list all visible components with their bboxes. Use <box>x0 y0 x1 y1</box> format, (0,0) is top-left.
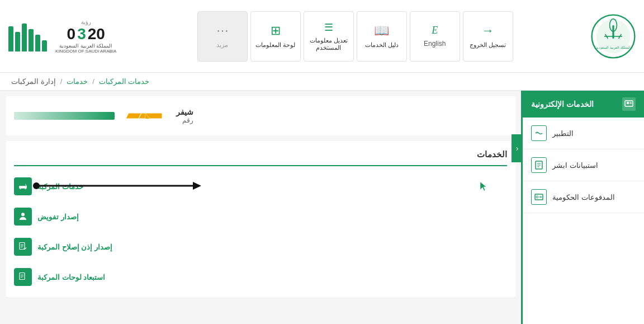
header: المملكة العربية السعودية → تسجيل الخروج … <box>0 0 644 73</box>
sidebar-header: الخدمات الإلكترونية <box>523 91 644 118</box>
vision-label: رؤية <box>81 19 91 25</box>
cursor-icon <box>478 181 489 192</box>
stats-bars-icon <box>8 21 47 51</box>
service-parts-label: استبعاد لوحات المركبة <box>37 273 105 281</box>
service-item-repair[interactable]: إصدار إذن إصلاح المركبة <box>14 235 507 259</box>
tadbeer-icon <box>531 125 547 141</box>
services-list: خدمات المركبة <box>14 175 507 289</box>
clipboard-icon <box>534 161 543 170</box>
header-left: المملكة العربية السعودية <box>591 14 636 59</box>
sidebar-item-tadbeer[interactable]: التطبير <box>523 118 644 149</box>
breadcrumb: خدمات المركبات / خدمات / إدارة المركبات <box>0 73 644 91</box>
service-item-license[interactable]: إصدار تفويض <box>14 205 507 228</box>
vision-subtitle: المملكة العربية السعودية <box>59 43 112 49</box>
nav-english-label: English <box>424 40 446 48</box>
vision-subtitle2: KINGDOM OF SAUDI ARABIA <box>55 49 116 54</box>
logout-icon: → <box>482 24 494 38</box>
parts-service-icon <box>14 268 32 286</box>
nav-more-label: مزيد <box>216 41 228 49</box>
more-icon: ⋯ <box>216 24 229 38</box>
svg-rect-9 <box>627 102 629 104</box>
update-icon: ☰ <box>324 21 333 34</box>
service-license-label: إصدار تفويض <box>37 213 79 221</box>
vision-year-2: 3 <box>77 25 86 43</box>
service-item-parts[interactable]: استبعاد لوحات المركبة <box>14 265 507 289</box>
repair-doc-icon <box>18 242 28 252</box>
vehicle-name: شيفر <box>176 107 193 116</box>
breadcrumb-vehicle-services[interactable]: خدمات المركبات <box>99 77 150 86</box>
sidebar-title: الخدمات الإلكترونية <box>531 100 594 109</box>
services-list-wrapper: خدمات المركبة <box>14 175 507 289</box>
nav-english[interactable]: Ε English <box>410 11 460 62</box>
sidebar-header-icon <box>622 97 636 111</box>
vehicle-card: شيفر رقم <box>6 96 515 135</box>
nav-dashboard-label: لوحة المعلومات <box>255 41 295 49</box>
center-content: شيفر رقم <box>0 91 521 324</box>
repair-service-icon <box>14 238 32 256</box>
nav-dashboard[interactable]: ⊞ لوحة المعلومات <box>250 11 301 62</box>
nav-logout-label: تسجيل الخروج <box>470 41 506 49</box>
id-card-icon <box>534 192 543 201</box>
vehicle-service-icon <box>14 177 32 195</box>
person-icon <box>18 212 28 222</box>
sidebar-item-govt-payments[interactable]: المدفوعات الحكومية <box>523 181 644 213</box>
ministry-logo: المملكة العربية السعودية <box>591 14 636 59</box>
svg-point-18 <box>536 196 538 198</box>
vision-logo: رؤية 20 3 0 المملكة العربية السعودية KIN… <box>53 16 119 57</box>
govt-icon <box>531 189 547 205</box>
car-icon <box>18 181 28 191</box>
english-icon: Ε <box>432 25 438 36</box>
main-layout: الخدمات الإلكترونية ‹ التطبير استبيانات … <box>0 91 644 324</box>
vision-year-3: 0 <box>67 25 76 43</box>
breadcrumb-services[interactable]: خدمات <box>67 77 88 86</box>
sidebar-toggle-button[interactable]: ‹ <box>512 134 523 162</box>
breadcrumb-sep-2: / <box>60 77 63 86</box>
service-repair-label: إصدار إذن إصلاح المركبة <box>37 243 112 251</box>
cursor-indicator <box>478 181 489 192</box>
sidebar-govt-label: المدفوعات الحكومية <box>552 193 615 201</box>
nav-logout[interactable]: → تسجيل الخروج <box>463 11 513 62</box>
vision-year: 20 <box>88 25 105 43</box>
dashboard-icon: ⊞ <box>271 24 281 38</box>
svg-point-25 <box>21 213 25 216</box>
service-vehicle-label: خدمات المركبة <box>37 182 83 191</box>
service-item-vehicle[interactable]: خدمات المركبة <box>14 175 507 198</box>
nav-more[interactable]: ⋯ مزيد <box>197 11 248 62</box>
vehicle-brand-logo <box>123 105 168 127</box>
vehicle-gradient-band <box>14 112 115 120</box>
license-service-icon <box>14 208 32 226</box>
nav-update-info[interactable]: ☰ تعديل معلومات المستخدم <box>304 11 354 62</box>
handshake-icon <box>534 129 543 138</box>
right-sidebar: الخدمات الإلكترونية ‹ التطبير استبيانات … <box>521 91 644 324</box>
vehicle-plate: رقم <box>176 116 193 124</box>
nav-bar: → تسجيل الخروج Ε English 📖 دليل الخدمات … <box>197 11 513 62</box>
chevrolet-logo-icon <box>126 105 165 127</box>
nav-guide-label: دليل الخدمات <box>365 41 399 49</box>
parts-doc-icon <box>18 272 28 282</box>
guide-icon: 📖 <box>374 24 389 38</box>
absher-icon <box>531 157 547 173</box>
plate-label: رقم <box>182 116 193 124</box>
svg-text:المملكة العربية السعودية: المملكة العربية السعودية <box>596 46 630 50</box>
svg-point-12 <box>536 132 538 134</box>
nav-guide[interactable]: 📖 دليل الخدمات <box>357 11 407 62</box>
vehicle-info: شيفر رقم <box>176 107 193 124</box>
nav-update-label: تعديل معلومات المستخدم <box>304 37 353 51</box>
sidebar-tadbeer-label: التطبير <box>552 129 574 138</box>
e-services-icon <box>624 100 633 109</box>
header-right: رؤية 20 3 0 المملكة العربية السعودية KIN… <box>8 16 119 57</box>
services-section-title: الخدمات <box>14 149 507 166</box>
sidebar-absher-label: استبيانات ابشر <box>552 161 598 170</box>
services-section: الخدمات خدمات المركبة <box>6 141 515 297</box>
sidebar-item-absher[interactable]: استبيانات ابشر <box>523 149 644 181</box>
breadcrumb-sep-1: / <box>92 77 94 86</box>
breadcrumb-current: إدارة المركبات <box>11 77 56 86</box>
